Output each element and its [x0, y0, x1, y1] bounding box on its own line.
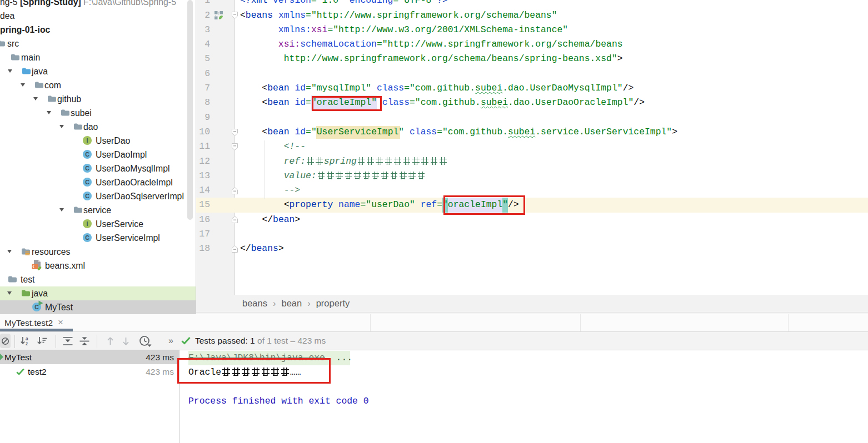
svg-text:z: z — [26, 341, 28, 346]
